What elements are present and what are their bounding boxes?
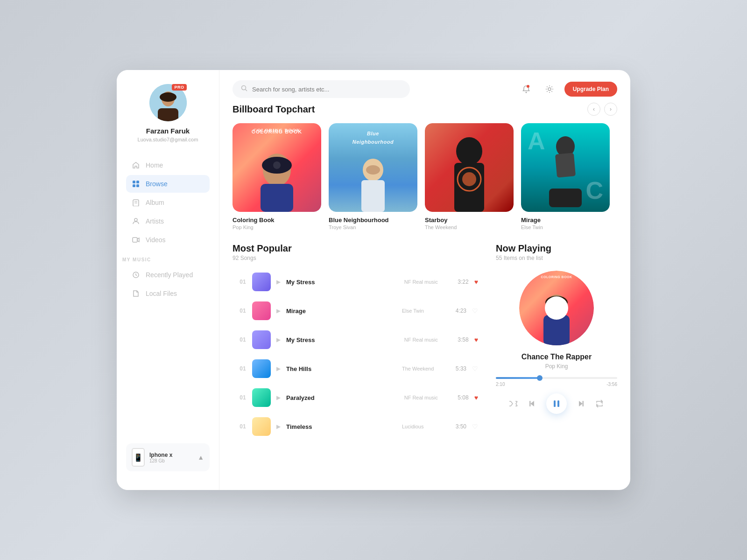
track-thumb (252, 417, 271, 436)
sidebar-item-local-files[interactable]: Local Files (126, 285, 210, 302)
search-input[interactable] (252, 86, 402, 93)
track-thumb (252, 301, 271, 320)
track-row[interactable]: 01 ▶ My Stress NF Real music 3:22 ♥ (233, 268, 485, 296)
svg-rect-2 (158, 108, 178, 121)
svg-point-3 (160, 92, 176, 102)
artists-icon (132, 217, 140, 225)
svg-rect-32 (549, 189, 582, 207)
progress-thumb[interactable] (537, 375, 543, 381)
main-nav: Home Browse (117, 156, 219, 250)
prev-btn[interactable] (528, 399, 537, 408)
next-arrow[interactable]: › (604, 103, 617, 116)
track-name: Mirage (286, 308, 396, 315)
vinyl-container: COLORING BOOK (496, 271, 617, 345)
track-row[interactable]: 01 ▶ Timeless Lucidious 3:50 ♡ (233, 413, 485, 441)
search-icon (241, 85, 247, 93)
device-name: Iphone x (149, 452, 193, 458)
svg-rect-41 (583, 401, 584, 406)
track-thumb (252, 273, 271, 291)
heart-icon[interactable]: ♥ (474, 394, 478, 401)
albums-row: COLORING BOOK Coloring Book Pop King (233, 123, 617, 230)
pause-btn[interactable] (546, 393, 567, 414)
sidebar: PRO Farzan Faruk Luova.studio7@gmail.com… (117, 70, 219, 490)
track-thumb (252, 388, 271, 407)
heart-icon[interactable]: ♥ (474, 336, 478, 343)
track-play-icon[interactable]: ▶ (276, 394, 281, 401)
sidebar-item-recently-played-label: Recently Played (146, 271, 193, 279)
sidebar-item-browse-label: Browse (146, 180, 168, 188)
search-bar[interactable] (233, 80, 410, 98)
heart-icon[interactable]: ♥ (474, 278, 478, 286)
notification-btn[interactable] (518, 81, 535, 98)
album-title: Starboy (425, 217, 514, 224)
repeat-btn[interactable] (595, 399, 604, 408)
svg-rect-12 (133, 238, 137, 242)
heart-icon[interactable]: ♡ (472, 365, 478, 372)
sidebar-item-browse[interactable]: Browse (126, 175, 210, 193)
avatar: PRO (149, 84, 187, 121)
upgrade-btn[interactable]: Upgrade Plan (564, 82, 617, 97)
most-popular: Most Popular 92 Songs 01 ▶ My Stress NF … (233, 243, 485, 441)
track-play-icon[interactable]: ▶ (276, 308, 281, 314)
track-list: 01 ▶ My Stress NF Real music 3:22 ♥ 01 ▶ (233, 268, 485, 441)
track-play-icon[interactable]: ▶ (276, 336, 281, 343)
track-thumb (252, 330, 271, 349)
track-row[interactable]: 01 ▶ Paralyzed NF Real music 5:08 ♥ (233, 384, 485, 412)
top-bar: Upgrade Plan (219, 70, 630, 103)
track-row[interactable]: 01 ▶ Mirage Else Twin 4:23 ♡ (233, 297, 485, 325)
svg-point-14 (242, 86, 246, 90)
sidebar-item-album-label: Album (146, 199, 164, 206)
lower-section: Most Popular 92 Songs 01 ▶ My Stress NF … (233, 243, 617, 441)
browse-icon (132, 180, 140, 188)
track-play-icon[interactable]: ▶ (276, 365, 281, 372)
now-playing-title: Now Playing (496, 243, 617, 254)
svg-rect-37 (529, 401, 531, 406)
billboard-title: Billboard Topchart (233, 104, 315, 115)
track-row[interactable]: 01 ▶ My Stress NF Real music 3:58 ♥ (233, 326, 485, 354)
track-name: Timeless (286, 423, 396, 430)
track-duration: 5:33 (450, 365, 466, 372)
track-num: 01 (239, 336, 247, 343)
heart-icon[interactable]: ♡ (472, 423, 478, 430)
album-card-coloring-book[interactable]: COLORING BOOK Coloring Book Pop King (233, 123, 321, 230)
svg-rect-20 (261, 184, 293, 212)
svg-marker-36 (530, 401, 534, 406)
settings-btn[interactable] (541, 81, 558, 98)
sidebar-item-recently-played[interactable]: Recently Played (126, 266, 210, 284)
heart-icon[interactable]: ♡ (472, 307, 478, 315)
svg-rect-31 (555, 153, 576, 177)
track-play-icon[interactable]: ▶ (276, 423, 281, 430)
album-title: Mirage (521, 217, 610, 224)
svg-rect-27 (454, 163, 484, 212)
sidebar-item-videos[interactable]: Videos (126, 231, 210, 249)
track-row[interactable]: 01 ▶ The Hills The Weekend 5:33 ♡ (233, 355, 485, 383)
album-icon (132, 198, 140, 207)
track-play-icon[interactable]: ▶ (276, 279, 281, 285)
sidebar-item-album[interactable]: Album (126, 194, 210, 211)
user-name: Farzan Faruk (146, 127, 190, 135)
progress-bar[interactable]: 2:10 -3:56 (496, 377, 617, 387)
sidebar-item-home[interactable]: Home (126, 156, 210, 174)
track-duration: 3:22 (452, 279, 469, 285)
album-card-blue-neighbourhood[interactable]: BlueNeighbourhood Blue Neighbourhood Tro… (329, 123, 417, 230)
sidebar-item-local-files-label: Local Files (146, 290, 177, 297)
sidebar-item-artists[interactable]: Artists (126, 212, 210, 230)
prev-arrow[interactable]: ‹ (587, 103, 600, 116)
track-duration: 3:50 (450, 423, 466, 430)
track-artist: NF Real music (404, 279, 446, 285)
sidebar-item-artists-label: Artists (146, 217, 164, 225)
svg-rect-7 (136, 184, 139, 187)
my-music-nav: Recently Played Local Files (117, 266, 219, 303)
shuffle-btn[interactable] (509, 399, 518, 408)
device-icon: 📱 (132, 448, 145, 467)
svg-rect-6 (133, 184, 135, 187)
next-btn[interactable] (576, 399, 585, 408)
album-card-starboy[interactable]: Starboy The Weekend (425, 123, 514, 230)
svg-line-15 (246, 90, 247, 91)
svg-marker-40 (579, 401, 583, 406)
vinyl-center (545, 296, 568, 320)
top-icons: Upgrade Plan (518, 81, 617, 98)
album-card-mirage[interactable]: A C Mirage Else Twin (521, 123, 610, 230)
track-name: My Stress (286, 279, 399, 286)
billboard-header: Billboard Topchart ‹ › (233, 103, 617, 116)
